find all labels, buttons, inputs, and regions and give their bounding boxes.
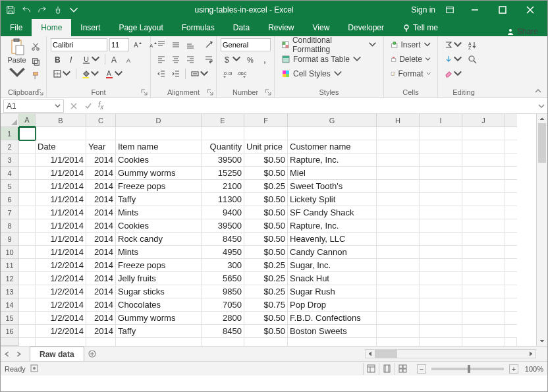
insert-cells-button[interactable]: Insert (388, 38, 433, 52)
cell[interactable] (19, 127, 36, 140)
cell[interactable] (19, 298, 36, 312)
cell[interactable]: 2014 (86, 206, 116, 219)
horizontal-scrollbar[interactable] (365, 349, 536, 358)
insert-function-button[interactable]: fx (96, 100, 106, 111)
cell[interactable] (505, 285, 517, 298)
save-button[interactable] (3, 3, 18, 17)
cell[interactable]: $0.50 (244, 312, 288, 325)
cell[interactable]: 2014 (86, 233, 116, 246)
cell[interactable] (420, 285, 462, 298)
cell[interactable] (19, 312, 36, 325)
cell[interactable] (377, 193, 420, 206)
underline-button[interactable]: U (80, 53, 102, 66)
cell[interactable]: Mints (116, 206, 202, 219)
cell[interactable] (462, 285, 505, 298)
row-header[interactable]: 4 (1, 167, 19, 180)
format-cells-button[interactable]: Format (388, 67, 433, 81)
cell[interactable]: 2014 (86, 154, 116, 167)
cell[interactable]: Pop Drop (288, 298, 377, 312)
align-left-button[interactable] (155, 53, 168, 66)
cell[interactable] (505, 233, 517, 246)
touch-mode-button[interactable] (51, 3, 65, 17)
cell[interactable] (462, 219, 505, 233)
cell[interactable] (202, 127, 244, 140)
font-size-combo[interactable] (109, 38, 129, 51)
cell[interactable]: $0.25 (244, 180, 288, 193)
column-header[interactable]: F (244, 114, 288, 127)
row-header[interactable]: 15 (1, 312, 19, 325)
cell[interactable] (377, 206, 420, 219)
cell[interactable]: $0.75 (244, 298, 288, 312)
cell[interactable] (36, 338, 86, 346)
scroll-thumb[interactable] (538, 123, 546, 163)
column-header[interactable]: C (86, 114, 116, 127)
cell[interactable] (505, 246, 517, 259)
clipboard-dialog-launcher[interactable] (37, 88, 45, 96)
cell[interactable] (420, 154, 462, 167)
cell[interactable] (462, 312, 505, 325)
cell[interactable] (420, 127, 462, 140)
cell[interactable] (505, 206, 517, 219)
cell[interactable]: Sugar, Inc. (288, 259, 377, 272)
cell[interactable] (202, 338, 244, 346)
tab-home[interactable]: Home (32, 19, 71, 36)
cell[interactable] (505, 193, 517, 206)
row-header[interactable]: 8 (1, 219, 19, 233)
zoom-thumb[interactable] (468, 365, 470, 373)
cell[interactable]: 1/2/2014 (36, 312, 86, 325)
cell[interactable]: $0.50 (244, 219, 288, 233)
cell[interactable]: Sugar Rush (288, 285, 377, 298)
cell[interactable] (377, 154, 420, 167)
cell[interactable]: Boston Sweets (288, 325, 377, 338)
cell[interactable]: 2014 (86, 180, 116, 193)
font-name-combo[interactable] (51, 38, 107, 51)
cell[interactable] (377, 325, 420, 338)
cell[interactable]: 8450 (202, 325, 244, 338)
cell[interactable] (505, 325, 517, 338)
cell[interactable]: 1/1/2014 (36, 233, 86, 246)
cell[interactable]: $0.50 (244, 154, 288, 167)
prev-sheet-button[interactable] (1, 347, 13, 361)
wrap-text-button[interactable] (202, 53, 215, 66)
row-header[interactable]: 9 (1, 233, 19, 246)
sign-in-link[interactable]: Sign in (404, 5, 442, 14)
row-header[interactable]: 5 (1, 180, 19, 193)
sheet-tab-raw-data[interactable]: Raw data (30, 347, 84, 361)
row-header[interactable]: 16 (1, 325, 19, 338)
cell[interactable] (420, 140, 462, 154)
cell[interactable] (19, 180, 36, 193)
cell[interactable]: Candy Cannon (288, 246, 377, 259)
cell[interactable]: 7050 (202, 298, 244, 312)
enter-formula-button[interactable] (81, 99, 96, 113)
decrease-decimal-button[interactable]: .00.0 (235, 67, 248, 80)
scroll-right-button[interactable] (526, 350, 535, 358)
accounting-format-button[interactable]: $ (221, 53, 243, 66)
font-dialog-launcher[interactable] (141, 88, 149, 96)
column-header[interactable]: B (36, 114, 86, 127)
cell[interactable]: 2014 (86, 193, 116, 206)
cell[interactable]: $0.25 (244, 259, 288, 272)
cell[interactable] (377, 167, 420, 180)
align-middle-button[interactable] (169, 38, 182, 51)
cell[interactable] (377, 180, 420, 193)
cell[interactable]: $0.50 (244, 325, 288, 338)
increase-indent-button[interactable] (169, 67, 182, 80)
cell[interactable] (19, 259, 36, 272)
borders-button[interactable] (51, 67, 73, 80)
cell[interactable] (420, 259, 462, 272)
row-header[interactable]: 12 (1, 272, 19, 285)
cell[interactable]: Item name (116, 140, 202, 154)
cell[interactable]: 2100 (202, 180, 244, 193)
zoom-slider[interactable] (431, 368, 504, 370)
cell[interactable]: Chocolates (116, 298, 202, 312)
sort-filter-button[interactable]: AZ (466, 38, 479, 51)
cell[interactable]: 2800 (202, 312, 244, 325)
tab-view[interactable]: View (304, 19, 339, 36)
cell[interactable]: Freeze pops (116, 259, 202, 272)
increase-decimal-button[interactable]: .0.00 (221, 67, 234, 80)
cell[interactable]: 5650 (202, 272, 244, 285)
align-top-button[interactable] (155, 38, 168, 51)
row-header[interactable]: 6 (1, 193, 19, 206)
cell[interactable]: Date (36, 140, 86, 154)
column-header[interactable]: I (420, 114, 462, 127)
